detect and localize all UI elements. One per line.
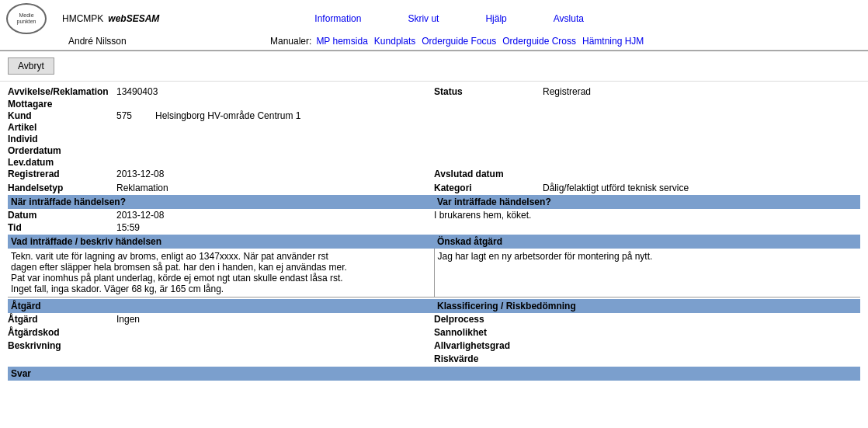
kategori-label: Kategori [434,183,543,193]
status-label: Status [434,86,543,97]
information-link[interactable]: Information [314,13,361,24]
kategori-value: Dålig/felaktigt utförd teknisk service [543,183,689,193]
skriv-ut-link[interactable]: Skriv ut [408,13,439,24]
registrerad-label: Registrerad [8,169,116,179]
subsystem-label: webSESAM [108,13,159,24]
avslutad-datum-label: Avslutad datum [434,169,543,179]
onskaad-text: Jag har lagt en ny arbetsorder för monte… [435,249,861,297]
atgard-header: Åtgärd [8,299,434,313]
delprocess-label: Delprocess [434,314,543,325]
datum-label: Datum [8,210,116,221]
onskaad-atgard-header: Önskad åtgärd [434,235,860,249]
orderdatum-label: Orderdatum [8,145,116,156]
var-value: I brukarens hem, köket. [434,210,531,221]
status-value: Registrerad [543,86,591,97]
kund-id: 575 [116,110,155,121]
mp-hemsida-link[interactable]: MP hemsida [316,36,367,47]
handelsetyp-label: Handelsetyp [8,183,116,193]
avvikelse-label: Avvikelse/Reklamation [8,86,116,97]
orderguide-focus-link[interactable]: Orderguide Focus [422,36,496,47]
vad-intraffade-header: Vad inträffade / beskriv händelsen [8,235,434,249]
main-content: Avvikelse/Reklamation 13490403 Status Re… [0,82,868,385]
tid-label: Tid [8,222,116,233]
sannolikhet-label: Sannolikhet [434,327,543,338]
atgardskod-label: Åtgärdskod [8,327,116,338]
atgard-value: Ingen [116,314,140,325]
vad-text: Tekn. varit ute för lagning av broms, en… [8,249,435,297]
mottagare-label: Mottagare [8,99,116,110]
registrerad-value: 2013-12-08 [116,169,164,179]
kund-name: Helsingborg HV-område Centrum 1 [155,110,300,121]
avsluta-link[interactable]: Avsluta [554,13,584,24]
avvikelse-value: 13490403 [116,86,158,97]
orderguide-cross-link[interactable]: Orderguide Cross [502,36,576,47]
header: Mediepunkten HMCMPK webSESAM Information… [0,0,868,50]
kundplats-link[interactable]: Kundplats [374,36,415,47]
datum-value: 2013-12-08 [116,210,164,221]
handelsetyp-value: Reklamation [116,183,168,193]
system-label: HMCMPK [62,13,103,24]
avbryt-button[interactable]: Avbryt [8,57,54,75]
beskrivning-label: Beskrivning [8,340,116,351]
svar-header: Svar [8,367,860,381]
logo: Mediepunkten [6,3,47,34]
nar-intraffade-header: När inträffade händelsen? [8,195,434,209]
atgard-label: Åtgärd [8,314,116,325]
artikel-label: Artikel [8,122,116,133]
klassificering-header: Klassificering / Riskbedömning [434,299,860,313]
user-name: André Nilsson [68,36,161,47]
hamtning-hjm-link[interactable]: Hämtning HJM [582,36,644,47]
individ-label: Individ [8,134,116,144]
allvarlighetsgrad-label: Allvarlighetsgrad [434,340,543,351]
hjalp-link[interactable]: Hjälp [485,13,506,24]
tid-value: 15:59 [116,222,140,233]
riskvarde-label: Riskvärde [434,353,543,364]
lev-datum-label: Lev.datum [8,157,116,168]
var-intraffade-header: Var inträffade händelsen? [434,195,860,209]
manualer-label: Manualer: [270,36,311,47]
kund-label: Kund [8,110,116,121]
toolbar: Avbryt [0,51,868,82]
